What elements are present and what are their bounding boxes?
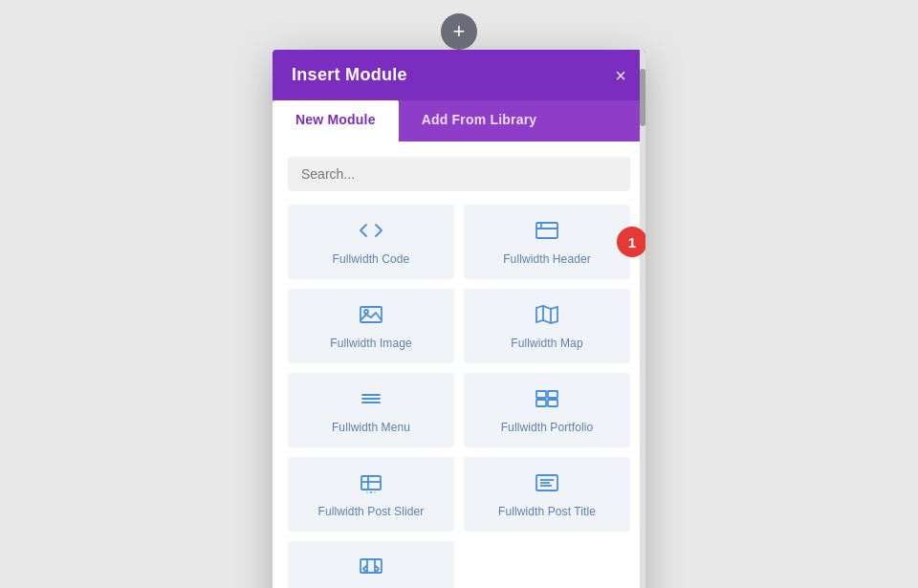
page-wrapper: + Insert Module × New Module Add From Li… [0, 0, 918, 588]
svg-rect-0 [536, 223, 557, 238]
svg-rect-25 [361, 559, 382, 573]
insert-module-modal: Insert Module × New Module Add From Libr… [273, 50, 645, 588]
modal-tabs: New Module Add From Library [273, 100, 645, 142]
svg-rect-12 [548, 391, 557, 398]
tab-new-module[interactable]: New Module [273, 100, 399, 142]
modal-header: Insert Module × [273, 50, 645, 100]
code-icon [359, 220, 383, 245]
svg-point-19 [374, 491, 376, 493]
post-title-icon [535, 472, 559, 497]
module-item-fullwidth-slider[interactable]: Fullwidth Slider [288, 541, 454, 588]
search-input[interactable] [288, 157, 630, 191]
module-item-fullwidth-post-slider[interactable]: Fullwidth Post Slider [288, 457, 454, 532]
module-label-fullwidth-post-title: Fullwidth Post Title [498, 505, 596, 518]
header-icon [535, 220, 559, 245]
post-slider-icon [359, 472, 383, 497]
scroll-thumb[interactable] [640, 69, 645, 126]
modal-body: Fullwidth Code Fullwidth Header [273, 142, 645, 588]
svg-point-18 [370, 491, 372, 493]
module-item-fullwidth-image[interactable]: Fullwidth Image [288, 289, 454, 363]
module-item-fullwidth-map[interactable]: Fullwidth Map [464, 289, 630, 363]
modal-title: Insert Module [292, 65, 407, 85]
plus-icon: + [453, 21, 466, 42]
notification-badge: 1 [617, 227, 645, 257]
module-item-fullwidth-header-wrapper: Fullwidth Header 1 [464, 205, 630, 279]
add-module-button[interactable]: + [441, 13, 477, 50]
svg-point-4 [364, 310, 368, 314]
svg-rect-14 [548, 400, 557, 406]
module-item-fullwidth-header[interactable]: Fullwidth Header [464, 205, 630, 279]
map-icon [535, 304, 559, 329]
module-item-fullwidth-code[interactable]: Fullwidth Code [288, 205, 454, 279]
module-label-fullwidth-menu: Fullwidth Menu [332, 421, 410, 434]
module-label-fullwidth-post-slider: Fullwidth Post Slider [318, 505, 425, 518]
module-label-fullwidth-header: Fullwidth Header [503, 252, 591, 266]
slider-icon [359, 556, 383, 581]
module-label-fullwidth-code: Fullwidth Code [333, 252, 410, 266]
module-label-fullwidth-portfolio: Fullwidth Portfolio [501, 421, 594, 434]
portfolio-icon [535, 388, 559, 413]
svg-rect-15 [361, 476, 381, 490]
svg-marker-5 [536, 306, 557, 323]
svg-rect-3 [361, 307, 382, 322]
module-item-fullwidth-menu[interactable]: Fullwidth Menu [288, 373, 454, 447]
module-item-fullwidth-post-title[interactable]: Fullwidth Post Title [464, 457, 630, 532]
svg-rect-13 [536, 400, 546, 406]
modal-close-button[interactable]: × [615, 66, 626, 85]
module-label-fullwidth-image: Fullwidth Image [330, 337, 412, 350]
svg-point-20 [366, 491, 368, 493]
modules-grid: Fullwidth Code Fullwidth Header [288, 205, 630, 588]
module-item-fullwidth-portfolio[interactable]: Fullwidth Portfolio [464, 373, 630, 447]
image-icon [359, 304, 383, 329]
scroll-track[interactable] [640, 50, 645, 588]
module-label-fullwidth-map: Fullwidth Map [511, 337, 582, 350]
svg-rect-11 [536, 391, 546, 398]
menu-icon [359, 388, 383, 413]
tab-add-from-library[interactable]: Add From Library [399, 100, 560, 142]
